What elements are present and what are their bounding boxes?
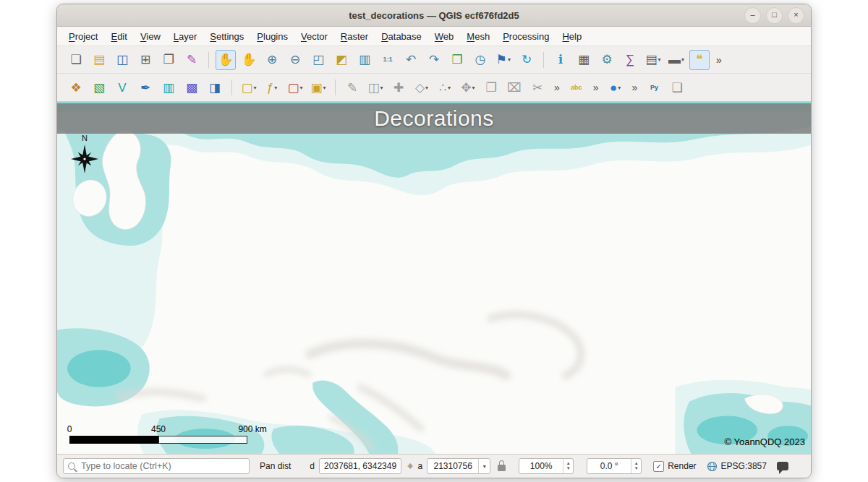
menu-item-help[interactable]: Help bbox=[556, 29, 587, 44]
locator-search[interactable] bbox=[63, 458, 250, 474]
copy-features-button[interactable]: ❐ bbox=[481, 77, 501, 98]
new-shapefile-layer-button[interactable]: V bbox=[112, 77, 132, 98]
magnifier-spinner[interactable]: ▲ ▼ bbox=[563, 459, 573, 473]
zoom-last-button[interactable]: ↶ bbox=[401, 50, 421, 70]
delete-features-button[interactable]: ⌧ bbox=[504, 77, 524, 98]
menu-item-web[interactable]: Web bbox=[429, 29, 460, 44]
menu-item-layer[interactable]: Layer bbox=[168, 29, 203, 44]
menu-item-project[interactable]: Project bbox=[63, 29, 103, 44]
menu-item-vector[interactable]: Vector bbox=[295, 29, 333, 44]
identify-features-button[interactable]: ℹ bbox=[550, 50, 571, 70]
toggle-editing-button[interactable]: ✎ bbox=[342, 77, 362, 98]
dropdown-arrow-icon[interactable]: ▾ bbox=[508, 56, 511, 63]
menu-item-processing[interactable]: Processing bbox=[497, 29, 555, 44]
render-toggle[interactable]: ✓ Render bbox=[653, 461, 696, 472]
menu-item-settings[interactable]: Settings bbox=[204, 29, 250, 44]
toolbar-overflow-button[interactable]: » bbox=[550, 82, 563, 93]
processing-gear-button[interactable]: ⚙ bbox=[597, 50, 617, 70]
dropdown-arrow-icon[interactable]: ▾ bbox=[300, 85, 303, 91]
new-raster-layer-button[interactable]: ▩ bbox=[182, 77, 202, 98]
dropdown-arrow-icon[interactable]: ▾ bbox=[380, 85, 383, 91]
menu-item-view[interactable]: View bbox=[135, 29, 166, 44]
deselect-features-button[interactable]: ▢▾ bbox=[285, 77, 305, 98]
metasearch-globe-button[interactable]: ●▾ bbox=[605, 77, 626, 98]
style-manager-button[interactable]: ✎ bbox=[182, 50, 202, 70]
python-console-button[interactable]: Py bbox=[644, 77, 664, 98]
scale-input[interactable] bbox=[427, 461, 478, 471]
new-geopackage-layer-button[interactable]: ▧ bbox=[89, 77, 109, 98]
spin-down-icon[interactable]: ▼ bbox=[634, 466, 639, 471]
menu-item-plugins[interactable]: Plugins bbox=[251, 29, 294, 44]
toolbar-overflow-button[interactable]: » bbox=[712, 54, 726, 66]
scale-dropdown-arrow-icon[interactable]: ▾ bbox=[478, 459, 490, 473]
advanced-digitizing-button[interactable]: ∴▾ bbox=[435, 77, 455, 98]
messages-icon[interactable] bbox=[777, 462, 788, 470]
layout-manager-button[interactable]: ❐ bbox=[158, 50, 179, 70]
new-project-button[interactable]: ❏ bbox=[66, 50, 86, 70]
zoom-native-button[interactable]: 1:1 bbox=[378, 50, 398, 70]
zoom-next-button[interactable]: ↷ bbox=[424, 50, 444, 70]
attribute-table-button[interactable]: ▦ bbox=[574, 50, 594, 70]
cut-features-button[interactable]: ✂ bbox=[527, 77, 548, 98]
temporal-controller-button[interactable]: ◷ bbox=[470, 50, 490, 70]
pan-map-button[interactable]: ✋ bbox=[216, 50, 236, 70]
vertex-tool-button[interactable]: ◇▾ bbox=[412, 77, 432, 98]
toolbar-overflow-button[interactable]: » bbox=[629, 82, 642, 93]
extent-toggle-icon[interactable]: ⌖ bbox=[407, 460, 413, 473]
coordinate-field[interactable] bbox=[319, 458, 401, 474]
locator-input[interactable] bbox=[80, 460, 244, 472]
menu-item-raster[interactable]: Raster bbox=[335, 29, 374, 44]
refresh-map-button[interactable]: ↻ bbox=[516, 50, 537, 70]
dropdown-arrow-icon[interactable]: ▾ bbox=[658, 56, 661, 63]
menu-item-edit[interactable]: Edit bbox=[105, 29, 132, 44]
help-contents-button[interactable]: ❑ bbox=[667, 77, 687, 98]
coordinate-input[interactable] bbox=[320, 461, 401, 471]
scale-combo[interactable]: ▾ bbox=[427, 458, 490, 474]
open-project-button[interactable]: ▤ bbox=[89, 50, 109, 70]
zoom-full-button[interactable]: ◰ bbox=[308, 50, 328, 70]
zoom-out-button[interactable]: ⊖ bbox=[285, 50, 305, 70]
zoom-to-selection-button[interactable]: ◩ bbox=[331, 50, 352, 70]
toolbar-overflow-button[interactable]: » bbox=[590, 82, 603, 93]
dropdown-arrow-icon[interactable]: ▾ bbox=[618, 85, 621, 91]
panels-button[interactable]: ▤▾ bbox=[643, 50, 663, 70]
dropdown-arrow-icon[interactable]: ▾ bbox=[448, 85, 451, 91]
add-feature-button[interactable]: ✚ bbox=[388, 77, 409, 98]
select-by-form-button[interactable]: ▣▾ bbox=[308, 77, 328, 98]
save-edits-button[interactable]: ◫▾ bbox=[365, 77, 386, 98]
new-print-layout-button[interactable]: ⊞ bbox=[135, 50, 156, 70]
magnifier-input[interactable] bbox=[519, 461, 563, 471]
title-bar[interactable]: test_decorations — QGIS ecf676fd2d5 – □ … bbox=[57, 4, 811, 27]
minimize-button[interactable]: – bbox=[744, 7, 761, 24]
dropdown-arrow-icon[interactable]: ▾ bbox=[681, 56, 684, 63]
labeling-button[interactable]: abc bbox=[566, 77, 587, 98]
statistics-button[interactable]: ∑ bbox=[620, 50, 640, 70]
new-spatialite-layer-button[interactable]: ✒ bbox=[135, 77, 156, 98]
new-map-view-button[interactable]: ❒ bbox=[447, 50, 467, 70]
spin-down-icon[interactable]: ▼ bbox=[566, 466, 571, 471]
select-by-expression-button[interactable]: ƒ▾ bbox=[262, 77, 282, 98]
rotation-spinbox[interactable]: ▲ ▼ bbox=[587, 458, 642, 474]
crs-button[interactable]: EPSG:3857 bbox=[707, 461, 767, 472]
move-feature-button[interactable]: ✥▾ bbox=[458, 77, 478, 98]
map-canvas[interactable]: Decorations N 0 450 900 km © YoannQDQ 20… bbox=[57, 102, 811, 454]
maximize-button[interactable]: □ bbox=[766, 7, 783, 24]
data-source-manager-button[interactable]: ❖ bbox=[66, 77, 86, 98]
dropdown-arrow-icon[interactable]: ▾ bbox=[472, 85, 475, 91]
pan-to-selection-button[interactable]: ✋ bbox=[239, 50, 259, 70]
render-checkbox[interactable]: ✓ bbox=[653, 461, 664, 472]
map-tips-button[interactable]: ❝ bbox=[689, 50, 710, 70]
new-mesh-layer-button[interactable]: ▥ bbox=[158, 77, 179, 98]
scale-lock-icon[interactable] bbox=[498, 465, 506, 471]
save-project-button[interactable]: ◫ bbox=[112, 50, 132, 70]
menu-item-database[interactable]: Database bbox=[375, 29, 427, 44]
close-button[interactable]: × bbox=[788, 7, 804, 24]
rotation-input[interactable] bbox=[587, 461, 631, 471]
spin-up-icon[interactable]: ▲ bbox=[566, 461, 571, 466]
rotation-spinner[interactable]: ▲ ▼ bbox=[631, 459, 641, 473]
zoom-in-button[interactable]: ⊕ bbox=[262, 50, 282, 70]
menu-item-mesh[interactable]: Mesh bbox=[461, 29, 495, 44]
dropdown-arrow-icon[interactable]: ▾ bbox=[323, 85, 326, 91]
measure-button[interactable]: ▬▾ bbox=[666, 50, 686, 70]
spin-up-icon[interactable]: ▲ bbox=[634, 461, 639, 466]
